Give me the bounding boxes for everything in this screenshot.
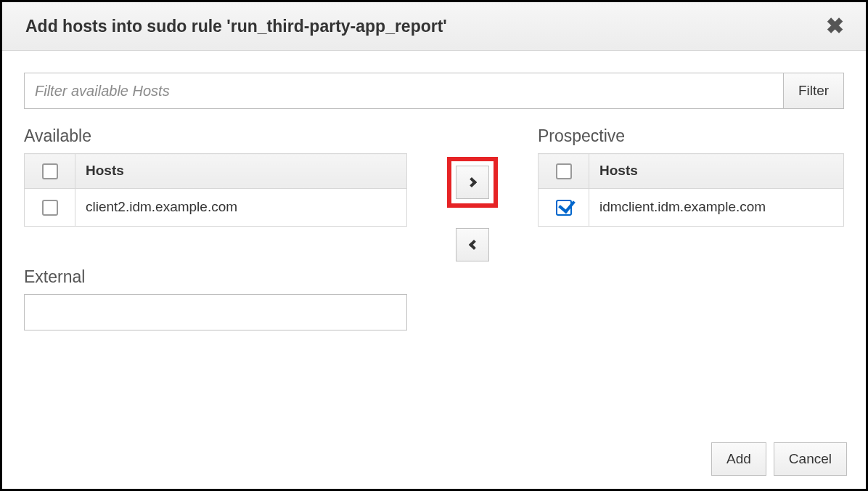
move-right-button[interactable] <box>456 166 489 199</box>
prospective-host-cell: idmclient.idm.example.com <box>589 188 844 226</box>
table-row: idmclient.idm.example.com <box>539 188 844 226</box>
available-table: Hosts client2.idm.example.com <box>24 153 407 227</box>
move-right-highlight <box>447 157 498 208</box>
external-section: External <box>24 267 407 330</box>
available-select-all-checkbox[interactable] <box>42 163 58 179</box>
available-select-all-cell <box>25 154 75 189</box>
prospective-table: Hosts idmclient.idm.example.com <box>538 153 844 227</box>
dialog-header: Add hosts into sudo rule 'run_third-part… <box>2 2 866 51</box>
add-button[interactable]: Add <box>711 442 766 476</box>
external-input[interactable] <box>24 294 407 330</box>
prospective-row-checkbox[interactable] <box>556 200 572 216</box>
external-title: External <box>24 267 407 287</box>
prospective-select-all-checkbox[interactable] <box>556 163 572 179</box>
available-title: Available <box>24 126 407 146</box>
prospective-title: Prospective <box>538 126 844 146</box>
dialog-title: Add hosts into sudo rule 'run_third-part… <box>25 17 447 36</box>
columns: Available Hosts <box>24 126 844 330</box>
cancel-button[interactable]: Cancel <box>774 442 847 476</box>
available-row-checkbox[interactable] <box>42 200 58 216</box>
move-left-button[interactable] <box>456 228 489 261</box>
chevron-left-icon <box>468 240 478 250</box>
table-row: client2.idm.example.com <box>25 188 407 226</box>
dialog-footer: Add Cancel <box>711 442 847 476</box>
prospective-section: Prospective Hosts <box>538 126 844 227</box>
prospective-select-all-cell <box>539 154 589 189</box>
chevron-right-icon <box>466 177 476 187</box>
close-icon[interactable]: ✖ <box>826 15 844 37</box>
available-hosts-header: Hosts <box>75 154 407 189</box>
dialog-body: Filter Available Hosts <box>2 51 866 330</box>
add-hosts-dialog: Add hosts into sudo rule 'run_third-part… <box>0 0 868 491</box>
prospective-hosts-header: Hosts <box>589 154 844 189</box>
available-section: Available Hosts <box>24 126 407 330</box>
filter-row: Filter <box>24 73 844 109</box>
available-host-cell: client2.idm.example.com <box>75 188 407 226</box>
filter-input[interactable] <box>24 73 783 109</box>
filter-button[interactable]: Filter <box>783 73 844 109</box>
move-buttons <box>407 126 538 261</box>
